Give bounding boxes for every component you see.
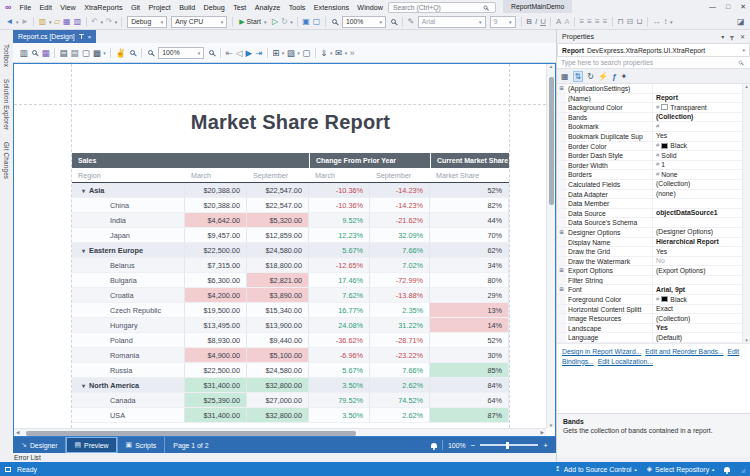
equal-width-icon[interactable]: ↔ bbox=[653, 15, 661, 29]
open-folder-icon[interactable]: ▱ bbox=[54, 15, 60, 29]
collapse-chevron-icon[interactable]: ▾ bbox=[82, 382, 85, 389]
undo-icon[interactable]: ↶ bbox=[91, 15, 98, 29]
property-row[interactable]: Calculated Fields(Collection) bbox=[557, 180, 750, 190]
menu-extensions[interactable]: Extensions bbox=[310, 3, 354, 12]
property-value[interactable]: Yes bbox=[653, 132, 750, 141]
first-page-icon[interactable]: ⇤ bbox=[226, 46, 233, 60]
menu-analyze[interactable]: Analyze bbox=[251, 3, 285, 12]
property-row[interactable]: Borders#None bbox=[557, 170, 750, 180]
nav-forward-icon[interactable]: ► bbox=[21, 15, 29, 29]
select-repository-button[interactable]: ◈ Select Repository ▴ bbox=[647, 465, 715, 473]
properties-search-input[interactable]: Type here to search properties bbox=[557, 57, 750, 69]
property-row[interactable]: Filter String bbox=[557, 276, 750, 286]
property-row[interactable]: Border Width#1 bbox=[557, 161, 750, 171]
chevron-down-icon[interactable]: ▾ bbox=[330, 50, 333, 56]
menu-tools[interactable]: Tools bbox=[284, 3, 309, 12]
add-to-source-control-button[interactable]: ↥ Add to Source Control ▴ bbox=[555, 465, 637, 473]
document-map-icon[interactable]: ▥ bbox=[20, 46, 28, 60]
scroll-down-icon[interactable]: ▼ bbox=[549, 423, 553, 428]
maximize-icon[interactable]: □ bbox=[726, 3, 730, 10]
property-value[interactable]: Yes bbox=[653, 247, 750, 256]
underline-icon[interactable]: U bbox=[540, 15, 546, 29]
property-grid-scrollbar[interactable]: ▲ ▼ bbox=[742, 84, 750, 343]
property-row[interactable]: Foreground Color#Black bbox=[557, 295, 750, 305]
menu-file[interactable]: File bbox=[15, 3, 35, 12]
scroll-right-icon[interactable]: ▶ bbox=[541, 430, 544, 435]
redo-icon[interactable]: ↷ bbox=[105, 15, 112, 29]
menu-view[interactable]: View bbox=[56, 3, 80, 12]
vertical-scroll-thumb[interactable] bbox=[549, 77, 555, 205]
property-value[interactable]: #Black bbox=[653, 295, 750, 304]
property-row[interactable]: Horizontal Content SplittExact bbox=[557, 305, 750, 315]
window-position-icon[interactable]: ▾ bbox=[721, 33, 724, 40]
align-left-icon[interactable]: ≡ bbox=[580, 15, 585, 29]
property-row[interactable]: Language(Default) bbox=[557, 333, 750, 343]
property-value[interactable] bbox=[653, 276, 750, 285]
font-size-combo[interactable]: 9▾ bbox=[490, 16, 516, 28]
vertical-scrollbar[interactable]: ▲ ▼ bbox=[546, 64, 555, 428]
property-row[interactable]: Background Color#Transparent bbox=[557, 103, 750, 113]
property-value[interactable]: (Collection) bbox=[653, 180, 750, 189]
events-icon[interactable]: ⚡ bbox=[598, 72, 608, 81]
hand-tool-icon[interactable]: ✌ bbox=[115, 46, 126, 60]
vertical-align-bottom-icon[interactable]: ⊔ bbox=[636, 15, 642, 29]
chevron-down-icon[interactable]: ▾ bbox=[670, 19, 673, 25]
categorized-icon[interactable]: ▦ bbox=[561, 72, 569, 81]
zoom-out-icon[interactable] bbox=[148, 50, 153, 55]
side-tab-solution-explorer[interactable]: Solution Explorer bbox=[3, 79, 10, 130]
horizontal-scrollbar[interactable]: ◀ ▶ bbox=[14, 428, 546, 436]
property-row[interactable]: Bands(Collection) bbox=[557, 113, 750, 123]
property-value[interactable] bbox=[653, 84, 750, 93]
chevron-down-icon[interactable]: ▾ bbox=[345, 50, 348, 56]
menu-edit[interactable]: Edit bbox=[35, 3, 56, 12]
chevron-down-icon[interactable]: ▾ bbox=[49, 19, 52, 25]
property-pages-icon[interactable]: ↻ bbox=[587, 72, 594, 81]
property-row[interactable]: Border Color#Black bbox=[557, 142, 750, 152]
save-icon[interactable]: ▦ bbox=[63, 15, 71, 29]
collapse-chevron-icon[interactable]: ▾ bbox=[82, 187, 85, 194]
edit-style-icon[interactable]: ✎ bbox=[407, 15, 414, 29]
search-input[interactable]: Search (Ctrl+Q) bbox=[388, 2, 496, 13]
equal-height-icon[interactable]: ↕ bbox=[664, 15, 668, 29]
justify-icon[interactable]: ≡ bbox=[603, 15, 608, 29]
nav-back-icon[interactable]: ◄ bbox=[6, 15, 14, 29]
zoom-in-icon[interactable] bbox=[391, 19, 396, 24]
chevron-down-icon[interactable]: ▾ bbox=[290, 19, 293, 25]
close-icon[interactable]: ✕ bbox=[740, 33, 745, 40]
zoom-slider[interactable] bbox=[480, 444, 538, 446]
zoom-in-icon[interactable] bbox=[209, 50, 214, 55]
command-link[interactable]: Design in Report Wizard... bbox=[562, 348, 641, 355]
watermark-icon[interactable]: ▩ bbox=[93, 46, 101, 60]
page-setup-icon[interactable]: ▢ bbox=[82, 46, 90, 60]
property-row[interactable]: ⊞Designer Options(Designer Options) bbox=[557, 228, 750, 238]
command-link[interactable]: Edit Localization... bbox=[598, 358, 653, 365]
previous-page-icon[interactable]: ◁ bbox=[236, 46, 243, 60]
send-email-icon[interactable]: ✉ bbox=[335, 46, 342, 60]
property-value[interactable]: Report bbox=[653, 94, 750, 103]
property-value[interactable]: (Collection) bbox=[653, 113, 750, 122]
zoom-plus[interactable]: + bbox=[543, 441, 548, 450]
chevron-down-icon[interactable]: ▾ bbox=[115, 19, 118, 25]
property-value[interactable]: (Default) bbox=[653, 333, 750, 342]
property-row[interactable]: Data Adapter(none) bbox=[557, 190, 750, 200]
property-value[interactable]: (Collection) bbox=[653, 314, 750, 323]
designer-zoom-combo[interactable]: 100%▾ bbox=[342, 16, 386, 28]
alphabetical-icon[interactable]: ⇅ bbox=[573, 71, 584, 82]
pin-icon[interactable] bbox=[79, 34, 84, 39]
property-value[interactable]: # bbox=[653, 122, 750, 131]
new-project-icon[interactable]: ▥ bbox=[39, 15, 47, 29]
menu-window[interactable]: Window bbox=[353, 3, 387, 12]
blank-page-icon[interactable]: ▢ bbox=[302, 46, 310, 60]
property-value[interactable]: (none) bbox=[653, 190, 750, 199]
notification-bell-icon[interactable] bbox=[431, 443, 437, 448]
horizontal-scroll-thumb[interactable] bbox=[26, 431, 356, 436]
object-selector-combo[interactable]: Report DevExpress.XtraReports.UI.XtraRep… bbox=[557, 43, 750, 57]
error-list-panel[interactable]: Error List bbox=[0, 453, 556, 462]
zoom-slider-thumb[interactable] bbox=[506, 442, 509, 449]
start-without-debug-icon[interactable]: ▷ bbox=[272, 15, 278, 29]
property-value[interactable]: No bbox=[653, 257, 750, 266]
property-row[interactable]: Bookmark# bbox=[557, 122, 750, 132]
close-icon[interactable]: ✕ bbox=[740, 3, 746, 11]
page-color-icon[interactable]: ▨ bbox=[287, 46, 295, 60]
side-tab-toolbox[interactable]: Toolbox bbox=[3, 44, 10, 67]
